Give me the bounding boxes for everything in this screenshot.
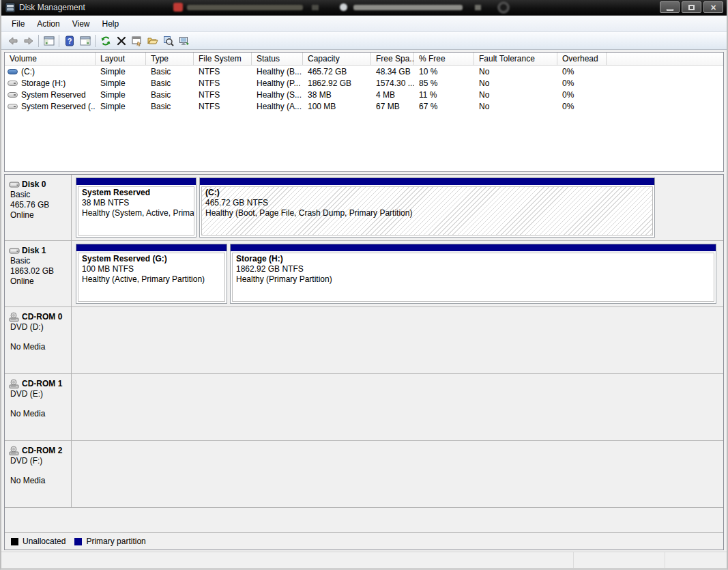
back-button[interactable]: [5, 33, 20, 48]
delete-volume-button[interactable]: [113, 33, 129, 48]
column-header-status[interactable]: Status: [252, 53, 303, 65]
forward-button[interactable]: [20, 33, 36, 48]
volume-name: (C:): [21, 67, 35, 76]
table-row[interactable]: System Reserved (... Simple Basic NTFS H…: [5, 100, 723, 112]
menu-bar: File Action View Help: [1, 16, 727, 32]
rescan-disks-button[interactable]: [176, 33, 192, 48]
minimize-button[interactable]: [660, 1, 680, 13]
column-header-fault-tolerance[interactable]: Fault Tolerance: [474, 53, 557, 65]
column-header-free-space[interactable]: Free Spa...: [371, 53, 414, 65]
cell-free-space: 48.34 GB: [371, 67, 414, 76]
disk-name: Disk 0: [22, 180, 46, 190]
rescan-disks-icon: [179, 35, 190, 46]
cdrom0-info-panel[interactable]: CD-ROM 0 DVD (D:) No Media: [5, 307, 72, 373]
cell-overhead: 0%: [557, 67, 607, 76]
legend: Unallocated Primary partition: [5, 532, 723, 550]
console-tree-icon: [44, 35, 55, 46]
partition-color-band: [231, 244, 716, 251]
show-action-pane-button[interactable]: [77, 33, 93, 48]
cdrom2-info-panel[interactable]: CD-ROM 2 DVD (F:) No Media: [5, 441, 72, 507]
open-button[interactable]: [145, 33, 160, 48]
close-button[interactable]: ×: [703, 1, 723, 13]
column-header-layout[interactable]: Layout: [96, 53, 146, 65]
cell-fault-tolerance: No: [474, 79, 557, 88]
partition-c-drive[interactable]: (C:) 465.72 GB NTFS Healthy (Boot, Page …: [199, 177, 655, 238]
disk-row-cdrom1: CD-ROM 1 DVD (E:) No Media: [5, 374, 723, 441]
background-window-artifact: [340, 3, 347, 11]
partition-size: 38 MB NTFS: [82, 198, 190, 208]
disk-name: Disk 1: [22, 246, 46, 256]
cell-free-space: 1574.30 ...: [371, 79, 414, 88]
properties-button[interactable]: [129, 33, 145, 48]
title-bar[interactable]: Disk Management ×: [1, 0, 727, 16]
table-row[interactable]: Storage (H:) Simple Basic NTFS Healthy (…: [5, 77, 723, 89]
disk1-info-panel[interactable]: Disk 1 Basic 1863.02 GB Online: [5, 241, 72, 307]
primary-partition-swatch: [74, 538, 82, 545]
column-header-overhead[interactable]: Overhead: [557, 53, 607, 65]
disk-row-disk1: Disk 1 Basic 1863.02 GB Online System Re…: [5, 241, 723, 307]
app-icon: [5, 2, 16, 13]
cdrom-media-status: No Media: [10, 342, 70, 352]
disk-type: Basic: [10, 190, 70, 200]
partition-system-reserved-g[interactable]: System Reserved (G:) 100 MB NTFS Healthy…: [76, 244, 227, 304]
cdrom-name: CD-ROM 0: [22, 312, 62, 322]
magnifier-icon: [163, 35, 174, 46]
restore-button[interactable]: [682, 1, 701, 13]
svg-text:?: ?: [67, 37, 72, 45]
cell-overhead: 0%: [557, 102, 607, 111]
cdrom-drive-letter: DVD (F:): [10, 456, 70, 466]
restore-icon: [688, 5, 695, 10]
cell-pct-free: 85 %: [414, 79, 474, 88]
partition-size: 1862.92 GB NTFS: [236, 264, 710, 274]
disk-status: Online: [10, 276, 70, 287]
column-header-type[interactable]: Type: [146, 53, 194, 65]
table-row[interactable]: System Reserved Simple Basic NTFS Health…: [5, 89, 723, 100]
cdrom-media-status: No Media: [10, 476, 70, 486]
column-header-capacity[interactable]: Capacity: [303, 53, 371, 65]
menu-file[interactable]: File: [5, 17, 31, 31]
column-header-pct-free[interactable]: % Free: [414, 53, 474, 65]
disk-status: Online: [10, 210, 70, 220]
column-header-volume[interactable]: Volume: [5, 53, 96, 65]
partition-system-reserved[interactable]: System Reserved 38 MB NTFS Healthy (Syst…: [76, 177, 196, 238]
delete-x-icon: [116, 35, 127, 46]
cell-file-system: NTFS: [194, 67, 252, 76]
menu-action[interactable]: Action: [31, 17, 65, 31]
table-row[interactable]: (C:) Simple Basic NTFS Healthy (B... 465…: [5, 66, 723, 77]
partition-name: System Reserved (G:): [82, 254, 221, 264]
help-button[interactable]: ?: [61, 33, 77, 48]
toolbar: ?: [1, 32, 727, 50]
volume-drive-icon: [8, 104, 18, 109]
volume-list-view: Volume Layout Type File System Status Ca…: [4, 52, 724, 172]
cdrom0-graph-area: [72, 307, 723, 373]
show-console-tree-button[interactable]: [41, 33, 57, 48]
partition-size: 100 MB NTFS: [82, 264, 221, 274]
column-header-file-system[interactable]: File System: [194, 53, 252, 65]
volume-drive-icon: [8, 92, 18, 98]
console-content: Volume Layout Type File System Status Ca…: [1, 50, 727, 550]
cell-capacity: 38 MB: [303, 90, 371, 100]
disk-icon: [9, 181, 20, 189]
partition-storage-h[interactable]: Storage (H:) 1862.92 GB NTFS Healthy (Pr…: [230, 244, 716, 304]
cell-status: Healthy (S...: [252, 90, 303, 100]
refresh-button[interactable]: [98, 33, 113, 48]
status-panel: [665, 552, 727, 568]
partition-color-band: [76, 244, 227, 251]
menu-help[interactable]: Help: [96, 17, 126, 31]
cell-overhead: 0%: [557, 79, 607, 88]
cdrom1-info-panel[interactable]: CD-ROM 1 DVD (E:) No Media: [5, 374, 72, 440]
refresh-icon: [100, 35, 111, 46]
disk-row-disk0: Disk 0 Basic 465.76 GB Online System Res…: [5, 175, 723, 241]
find-button[interactable]: [160, 33, 176, 48]
toolbar-separator: [59, 35, 59, 47]
cell-free-space: 4 MB: [371, 90, 414, 100]
properties-icon: [132, 35, 143, 46]
disk1-graph-area: System Reserved (G:) 100 MB NTFS Healthy…: [72, 241, 723, 307]
cell-type: Basic: [146, 102, 194, 111]
cell-type: Basic: [146, 79, 194, 88]
menu-view[interactable]: View: [66, 17, 96, 31]
cell-file-system: NTFS: [194, 90, 252, 100]
cell-layout: Simple: [96, 67, 146, 76]
disk0-info-panel[interactable]: Disk 0 Basic 465.76 GB Online: [5, 175, 72, 240]
cell-type: Basic: [146, 90, 194, 100]
